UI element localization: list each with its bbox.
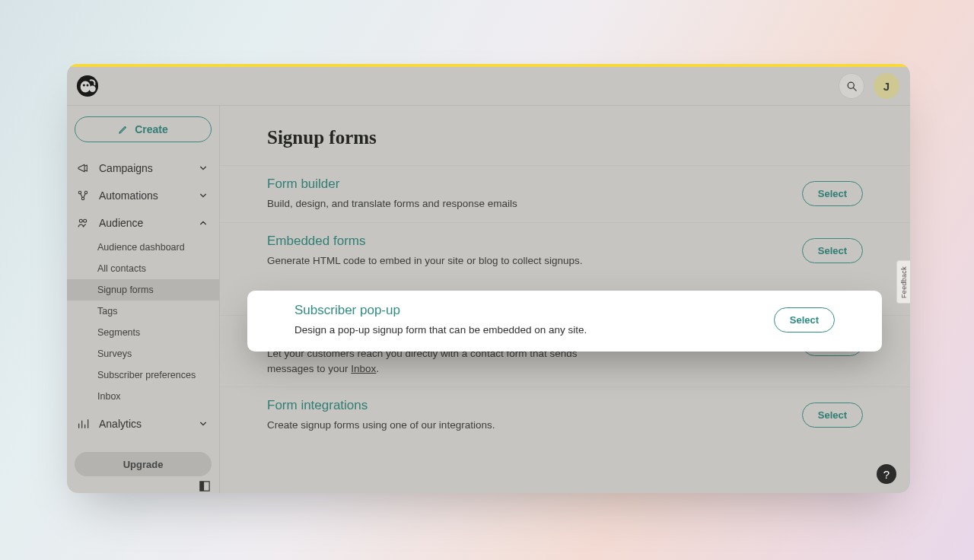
app-window: J Create Campaigns Automations Audience …: [67, 64, 910, 493]
feedback-label: Feedback: [900, 266, 908, 298]
create-button[interactable]: Create: [75, 116, 212, 142]
form-title[interactable]: Form integrations: [267, 398, 495, 413]
svg-rect-13: [200, 482, 204, 491]
help-icon: ?: [883, 468, 890, 481]
svg-line-6: [853, 88, 856, 91]
nav-label: Audience: [99, 217, 190, 229]
top-bar-actions: J: [839, 73, 899, 99]
nav-automations[interactable]: Automations: [75, 182, 212, 209]
chevron-down-icon: [199, 192, 207, 199]
svg-point-1: [81, 81, 91, 92]
subnav-all-contacts[interactable]: All contacts: [75, 258, 212, 279]
form-title[interactable]: Subscriber pop-up: [294, 303, 587, 318]
form-desc: Create signup forms using one of our int…: [267, 418, 495, 433]
subnav-segments[interactable]: Segments: [75, 322, 212, 343]
app-logo[interactable]: [76, 75, 99, 97]
analytics-icon: [76, 418, 90, 430]
feedback-tab[interactable]: Feedback: [896, 260, 910, 304]
select-button-form-builder[interactable]: Select: [802, 181, 863, 206]
pencil-icon: [118, 124, 129, 135]
form-row-embedded-forms: Embedded forms Generate HTML code to emb…: [220, 222, 910, 279]
form-row-form-builder: Form builder Build, design, and translat…: [220, 165, 910, 222]
subnav-surveys[interactable]: Surveys: [75, 343, 212, 364]
chevron-down-icon: [199, 164, 207, 172]
subnav-audience-dashboard[interactable]: Audience dashboard: [75, 237, 212, 258]
nav-audience[interactable]: Audience: [75, 209, 212, 237]
subnav-signup-forms[interactable]: Signup forms: [67, 279, 219, 301]
page-title: Signup forms: [220, 106, 910, 165]
select-button-form-integrations[interactable]: Select: [802, 402, 863, 428]
form-row-form-integrations: Form integrations Create signup forms us…: [220, 387, 910, 444]
upgrade-button[interactable]: Upgrade: [75, 452, 212, 476]
chevron-up-icon: [199, 219, 207, 227]
nav-label: Campaigns: [99, 162, 190, 174]
flow-icon: [76, 189, 90, 202]
search-button[interactable]: [839, 73, 864, 99]
form-title[interactable]: Embedded forms: [267, 234, 582, 249]
svg-point-2: [83, 84, 85, 87]
sidebar: Create Campaigns Automations Audience Au…: [67, 106, 220, 493]
search-icon: [846, 81, 858, 92]
top-bar: J: [67, 67, 910, 106]
svg-point-4: [89, 86, 95, 92]
nav-label: Analytics: [99, 418, 190, 430]
nav-campaigns[interactable]: Campaigns: [75, 154, 212, 182]
chevron-down-icon: [199, 420, 207, 428]
svg-point-11: [84, 219, 87, 222]
form-desc: Build, design, and translate forms and r…: [267, 196, 517, 212]
form-desc-text: .: [376, 363, 379, 374]
select-button-subscriber-popup[interactable]: Select: [774, 307, 835, 332]
collapse-sidebar-icon[interactable]: [199, 481, 210, 492]
form-desc: Generate HTML code to embed in your site…: [267, 253, 582, 269]
form-title[interactable]: Form builder: [267, 177, 517, 192]
audience-icon: [76, 217, 90, 229]
inbox-link[interactable]: Inbox: [351, 363, 376, 374]
svg-point-10: [79, 219, 82, 222]
form-row-subscriber-popup: Subscriber pop-up Design a pop-up signup…: [247, 291, 882, 352]
nav-analytics[interactable]: Analytics: [75, 410, 212, 438]
svg-point-3: [87, 84, 89, 87]
avatar-initial: J: [883, 80, 890, 93]
profile-avatar[interactable]: J: [874, 73, 899, 99]
form-desc-text: Let your customers reach you directly wi…: [267, 348, 577, 374]
megaphone-icon: [76, 162, 90, 174]
create-label: Create: [135, 123, 168, 135]
upgrade-wrap: Upgrade: [75, 452, 212, 476]
subnav-subscriber-prefs[interactable]: Subscriber preferences: [75, 364, 212, 386]
form-desc: Design a pop-up signup form that can be …: [294, 323, 587, 338]
subnav-inbox[interactable]: Inbox: [75, 386, 212, 407]
subnav-tags[interactable]: Tags: [75, 301, 212, 322]
help-button[interactable]: ?: [877, 464, 896, 484]
select-button-embedded-forms[interactable]: Select: [802, 238, 863, 263]
nav-label: Automations: [99, 189, 190, 202]
